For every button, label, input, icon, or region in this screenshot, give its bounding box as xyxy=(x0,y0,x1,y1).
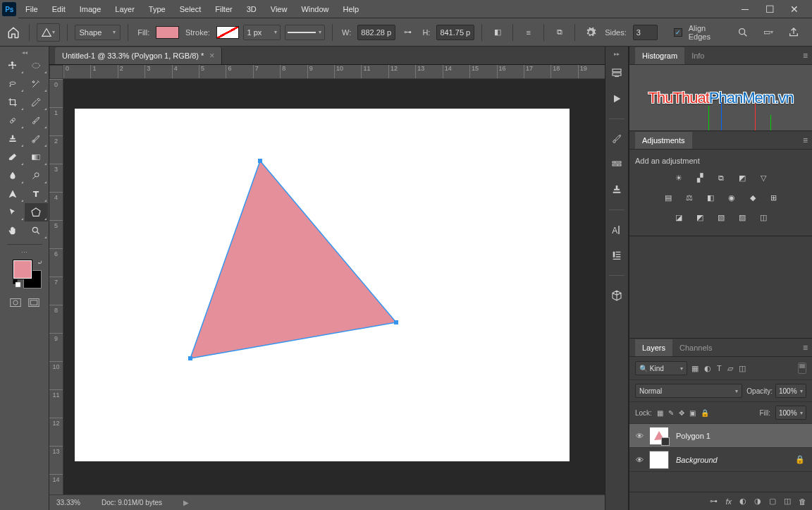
layer-row[interactable]: 👁 Polygon 1 xyxy=(629,424,812,448)
screenmode-icon[interactable] xyxy=(26,296,42,310)
path-alignment-icon[interactable]: ≡ xyxy=(520,24,536,41)
new-layer-icon[interactable]: ◫ xyxy=(784,497,791,506)
brush-settings-panel-icon[interactable] xyxy=(608,156,625,173)
gear-icon[interactable] xyxy=(582,24,598,41)
shape-mode-dropdown[interactable]: Shape▾ xyxy=(75,25,121,40)
history-brush-tool[interactable] xyxy=(25,130,48,148)
menu-image[interactable]: Image xyxy=(73,1,109,17)
lock-pixels-icon[interactable]: ✎ xyxy=(668,409,674,417)
minimize-button[interactable]: ─ xyxy=(738,4,752,14)
color-swatches[interactable]: ⤾ xyxy=(13,260,42,289)
delete-layer-icon[interactable]: 🗑 xyxy=(799,497,806,506)
adjustments-tab[interactable]: Adjustments xyxy=(635,132,692,149)
doc-size[interactable]: Doc: 9.01M/0 bytes xyxy=(102,499,162,506)
brightness-icon[interactable]: ☀ xyxy=(672,171,686,185)
filter-shape-icon[interactable]: ▱ xyxy=(727,364,733,373)
align-edges-checkbox[interactable]: ✓ xyxy=(674,28,682,37)
lock-all-icon[interactable]: 🔒 xyxy=(701,409,709,417)
path-operations-icon[interactable]: ◧ xyxy=(489,24,505,41)
invert-icon[interactable]: ◪ xyxy=(672,210,686,224)
menu-view[interactable]: View xyxy=(264,1,295,17)
blur-tool[interactable] xyxy=(1,166,25,185)
eyedropper-tool[interactable] xyxy=(25,93,48,111)
fill-swatch[interactable] xyxy=(156,26,179,39)
menu-window[interactable]: Window xyxy=(294,1,336,17)
paragraph-panel-icon[interactable] xyxy=(608,247,625,264)
selective-color-icon[interactable]: ◫ xyxy=(756,210,770,224)
group-icon[interactable]: ▢ xyxy=(769,497,776,506)
stroke-style-dropdown[interactable]: ▾ xyxy=(285,25,326,40)
panel-menu-icon[interactable]: ≡ xyxy=(803,51,808,61)
menu-help[interactable]: Help xyxy=(336,1,367,17)
workspace-icon[interactable]: ▭▾ xyxy=(760,24,777,41)
magic-wand-tool[interactable] xyxy=(25,75,48,93)
adjustment-layer-icon[interactable]: ◑ xyxy=(754,497,761,506)
status-menu-icon[interactable]: ▶ xyxy=(183,499,189,506)
filter-type-icon[interactable]: T xyxy=(717,364,722,372)
home-icon[interactable] xyxy=(6,24,22,41)
brush-tool[interactable] xyxy=(25,111,48,130)
menu-filter[interactable]: Filter xyxy=(208,1,239,17)
opacity-input[interactable]: 100%▾ xyxy=(775,384,806,398)
hue-icon[interactable]: ▤ xyxy=(661,190,675,205)
channel-mixer-icon[interactable]: ◆ xyxy=(746,190,760,205)
history-panel-icon[interactable] xyxy=(608,65,625,82)
info-tab[interactable]: Info xyxy=(684,47,711,64)
healing-tool[interactable] xyxy=(1,111,25,130)
layer-name[interactable]: Polygon 1 xyxy=(676,432,710,440)
lock-artboard-icon[interactable]: ▣ xyxy=(689,409,696,417)
panel-collapse[interactable]: ▸▸ xyxy=(605,51,628,56)
document-tab[interactable]: Untitled-1 @ 33.3% (Polygon 1, RGB/8) * … xyxy=(55,47,222,64)
link-layers-icon[interactable]: ⊶ xyxy=(710,497,718,506)
maximize-button[interactable]: ☐ xyxy=(763,4,777,14)
eraser-tool[interactable] xyxy=(1,148,25,166)
height-input[interactable]: 841.75 p xyxy=(436,25,474,40)
polygon-tool[interactable] xyxy=(25,203,48,221)
crop-tool[interactable] xyxy=(1,93,25,111)
brushes-panel-icon[interactable] xyxy=(608,130,625,147)
foreground-color[interactable] xyxy=(13,260,32,279)
filter-smart-icon[interactable]: ◫ xyxy=(739,364,746,373)
bw-icon[interactable]: ◧ xyxy=(703,190,718,205)
layer-mask-icon[interactable]: ◐ xyxy=(739,497,746,506)
tool-cycle-icon[interactable]: ⋯ xyxy=(18,249,32,253)
layers-tab[interactable]: Layers xyxy=(635,339,672,356)
polygon-shape[interactable] xyxy=(75,109,570,461)
actions-panel-icon[interactable] xyxy=(608,90,625,107)
layer-name[interactable]: Background xyxy=(676,456,718,464)
layer-thumb[interactable] xyxy=(649,451,669,469)
layer-row[interactable]: 👁 Background 🔒 xyxy=(629,448,812,472)
lock-transparency-icon[interactable]: ▦ xyxy=(657,409,663,417)
pen-tool[interactable] xyxy=(1,185,25,203)
zoom-level[interactable]: 33.33% xyxy=(56,499,80,506)
type-tool[interactable] xyxy=(25,185,48,203)
ruler-vertical[interactable]: 01234567891011121314 xyxy=(49,79,63,494)
lasso-tool[interactable] xyxy=(1,75,25,93)
sides-input[interactable]: 3 xyxy=(633,25,658,40)
gradient-tool[interactable] xyxy=(25,148,48,166)
exposure-icon[interactable]: ◩ xyxy=(735,171,749,185)
swap-colors-icon[interactable]: ⤾ xyxy=(37,259,43,266)
tool-preset-picker[interactable]: ▾ xyxy=(37,23,60,42)
stroke-width-input[interactable]: 1 px▾ xyxy=(243,25,280,40)
close-tab-icon[interactable]: × xyxy=(209,51,214,61)
curves-icon[interactable]: ⧉ xyxy=(714,171,728,185)
link-wh-icon[interactable]: ⊶ xyxy=(400,24,416,41)
character-panel-icon[interactable]: A xyxy=(608,221,625,238)
posterize-icon[interactable]: ◩ xyxy=(693,210,707,224)
clone-source-panel-icon[interactable] xyxy=(608,181,625,198)
blend-mode-dropdown[interactable]: Normal▾ xyxy=(635,384,742,398)
zoom-tool[interactable] xyxy=(25,221,48,240)
menu-type[interactable]: Type xyxy=(142,1,173,17)
share-icon[interactable] xyxy=(785,24,802,41)
threshold-icon[interactable]: ▧ xyxy=(714,210,728,224)
menu-edit[interactable]: Edit xyxy=(45,1,73,17)
filter-adjustment-icon[interactable]: ◐ xyxy=(704,364,711,373)
layer-thumb[interactable] xyxy=(649,427,669,445)
quickmask-icon[interactable] xyxy=(8,296,23,310)
canvas[interactable] xyxy=(63,79,605,494)
levels-icon[interactable]: ▞ xyxy=(693,171,707,185)
toolbox-collapse[interactable]: ◂◂ xyxy=(0,49,49,56)
stroke-swatch[interactable] xyxy=(216,26,240,39)
lock-position-icon[interactable]: ✥ xyxy=(679,409,684,417)
